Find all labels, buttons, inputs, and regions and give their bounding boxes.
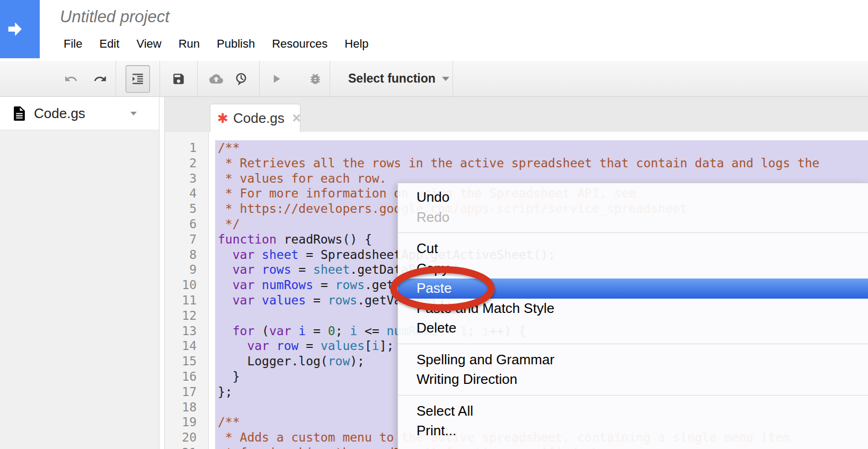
menubar: FileEditViewRunPublishResourcesHelp	[55, 34, 377, 54]
app-header: Untitled project FileEditViewRunPublishR…	[0, 0, 868, 61]
sidebar-file-label: Code.gs	[34, 105, 85, 122]
line-number: 1	[165, 140, 208, 156]
line-number: 10	[165, 277, 208, 293]
history-icon	[234, 72, 248, 86]
toolbar-group	[260, 61, 330, 96]
menubar-item-publish[interactable]: Publish	[208, 37, 263, 51]
toolbar-group	[198, 61, 260, 96]
line-number: 18	[165, 400, 208, 415]
save-icon	[172, 72, 185, 86]
line-number: 5	[165, 201, 208, 217]
context-menu-item-copy[interactable]: Copy	[398, 259, 868, 279]
code-line: * Retrieves all the rows in the active s…	[215, 156, 868, 171]
cloud-upload-icon	[209, 72, 223, 86]
context-menu-item-delete[interactable]: Delete	[398, 318, 868, 338]
menubar-item-file[interactable]: File	[55, 37, 91, 51]
menubar-item-resources[interactable]: Resources	[263, 37, 336, 51]
line-number: 6	[165, 217, 208, 232]
toolbar: Select function	[0, 61, 868, 97]
context-menu-item-spelling-and-grammar[interactable]: Spelling and Grammar	[398, 350, 868, 370]
context-menu-item-undo[interactable]: Undo	[398, 187, 868, 208]
chevron-down-icon[interactable]	[442, 77, 449, 81]
toolbar-group	[160, 61, 198, 96]
sidebar-item-codegs[interactable]: Code.gs	[0, 97, 159, 130]
line-number: 12	[165, 308, 208, 324]
line-number: 14	[165, 338, 208, 354]
context-menu-item-cut[interactable]: Cut	[398, 239, 868, 259]
redo-button[interactable]	[93, 72, 107, 86]
deploy-button[interactable]	[209, 72, 223, 86]
menu-separator	[398, 390, 868, 401]
menubar-item-run[interactable]: Run	[170, 37, 208, 51]
tab-codegs[interactable]: ✱ Code.gs ×	[210, 104, 300, 132]
toolbar-group	[59, 61, 116, 96]
select-function-dropdown[interactable]: Select function	[348, 71, 436, 86]
context-menu-item-writing-direction[interactable]: Writing Direction	[398, 370, 868, 390]
line-number: 2	[165, 156, 208, 171]
bug-icon	[308, 72, 322, 86]
context-menu: UndoRedoCutCopyPastePaste and Match Styl…	[397, 183, 868, 449]
context-menu-item-redo: Redo	[398, 208, 868, 228]
line-number: 16	[165, 369, 208, 384]
menubar-item-edit[interactable]: Edit	[91, 37, 128, 51]
line-number: 11	[165, 293, 208, 308]
run-button[interactable]	[269, 72, 283, 86]
run-icon	[269, 72, 283, 86]
context-menu-item-select-all[interactable]: Select All	[398, 401, 868, 421]
line-number-gutter: 123456789101112131415161718192021	[165, 132, 209, 449]
line-number: 9	[165, 262, 208, 277]
line-number: 19	[165, 415, 208, 430]
redo-icon	[93, 72, 107, 86]
unsaved-indicator: ✱	[217, 112, 228, 125]
revision-history-button[interactable]	[234, 72, 248, 86]
line-number: 20	[165, 430, 208, 445]
undo-button[interactable]	[64, 72, 78, 86]
save-button[interactable]	[172, 72, 185, 86]
tab-bar: ✱ Code.gs ×	[165, 97, 868, 132]
line-number: 7	[165, 232, 208, 247]
menu-separator	[398, 338, 868, 350]
code-line: /**	[215, 140, 868, 156]
file-document-icon	[13, 106, 26, 121]
file-menu-caret-icon[interactable]	[130, 112, 137, 115]
tab-close-icon[interactable]: ×	[293, 111, 301, 125]
line-number: 3	[165, 171, 208, 186]
arrow-right-icon	[0, 16, 34, 42]
line-number: 8	[165, 247, 208, 263]
files-sidebar: Code.gs	[0, 97, 159, 449]
line-number: 17	[165, 384, 208, 400]
menubar-item-view[interactable]: View	[128, 37, 170, 51]
sidebar-splitter[interactable]	[159, 97, 165, 449]
tab-label: Code.gs	[233, 110, 285, 127]
apps-script-logo	[0, 0, 40, 58]
line-number: 13	[165, 324, 208, 339]
indent-button[interactable]	[126, 65, 150, 93]
menubar-item-help[interactable]: Help	[336, 37, 377, 51]
project-title[interactable]: Untitled project	[60, 7, 170, 26]
indent-icon	[131, 72, 145, 86]
line-number: 15	[165, 354, 208, 369]
context-menu-item-paste[interactable]: Paste	[398, 279, 868, 299]
undo-icon	[64, 72, 78, 86]
menu-separator	[398, 227, 868, 239]
debug-button[interactable]	[308, 72, 322, 86]
context-menu-item-paste-and-match-style[interactable]: Paste and Match Style	[398, 299, 868, 319]
toolbar-group: Select function	[330, 61, 453, 96]
line-number: 4	[165, 186, 208, 201]
context-menu-item-print[interactable]: Print...	[398, 421, 868, 441]
line-number: 21	[165, 445, 208, 449]
toolbar-group	[116, 61, 160, 96]
